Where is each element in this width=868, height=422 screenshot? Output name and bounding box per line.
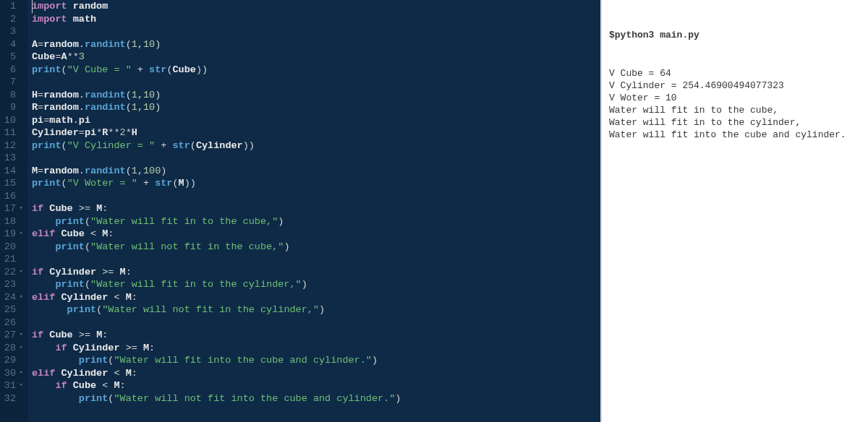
code-line[interactable] [32,152,600,165]
console-line: Water will fit in to the cylinder, [609,116,861,129]
text-cursor [32,0,33,13]
code-line[interactable]: if Cube < M: [32,379,600,392]
line-number: 2 [0,13,23,26]
line-number: 22▾ [0,266,23,279]
fold-icon[interactable]: ▾ [17,291,23,304]
line-number: 6 [0,64,23,77]
line-number: 26 [0,316,23,330]
code-line[interactable]: if Cube >= M: [32,202,600,215]
fold-icon[interactable]: ▾ [17,266,23,279]
fold-icon[interactable]: ▾ [17,379,23,392]
code-line[interactable]: if Cylinder >= M: [32,342,600,355]
line-number: 27▾ [0,329,23,342]
console-line: V Cube = 64 [609,67,861,79]
line-number: 15 [0,177,23,190]
line-number: 32 [0,392,23,405]
line-number: 8 [0,89,23,102]
console-command: $python3 main.py [609,29,861,41]
fold-icon[interactable]: ▾ [17,228,23,241]
code-line[interactable]: pi=math.pi [32,114,600,127]
code-line[interactable]: print("Water will fit in to the cylinder… [32,278,600,291]
code-line[interactable] [32,190,600,203]
code-line[interactable]: H=random.randint(1,10) [32,89,600,102]
console-line: V Cylinder = 254.46900494077323 [609,79,861,92]
fold-icon[interactable]: ▾ [17,329,23,342]
line-number: 17▾ [0,202,23,215]
console-line: V Woter = 10 [609,92,861,104]
console-line: Water will fit into the cube and cylinde… [609,129,861,141]
code-line[interactable]: Cylinder=pi*R**2*H [32,126,600,139]
code-area[interactable]: import randomimport mathA=random.randint… [27,0,600,422]
line-number: 16 [0,190,23,203]
code-line[interactable]: if Cylinder >= M: [32,266,600,279]
code-line[interactable] [32,316,600,330]
line-number: 23 [0,278,23,291]
console-lines: V Cube = 64V Cylinder = 254.469004940773… [609,67,861,141]
line-number: 13 [0,152,23,165]
line-number: 11 [0,126,23,139]
line-number: 30▾ [0,367,23,380]
code-line[interactable]: R=random.randint(1,10) [32,101,600,114]
line-number: 12 [0,139,23,152]
line-number: 28▾ [0,342,23,355]
line-number: 21 [0,253,23,266]
code-line[interactable]: import random [32,0,600,13]
code-line[interactable]: print("V Woter = " + str(M)) [32,177,600,190]
line-number: 24▾ [0,291,23,304]
line-number: 19▾ [0,228,23,241]
line-number: 5 [0,51,23,64]
code-line[interactable]: print("Water will not fit in the cube,") [32,241,600,254]
code-line[interactable]: Cube=A**3 [32,51,600,64]
line-number: 10 [0,114,23,127]
line-number: 29 [0,354,23,367]
line-number: 3 [0,25,23,38]
code-line[interactable]: elif Cube < M: [32,228,600,241]
code-line[interactable] [32,253,600,266]
code-line[interactable]: print("Water will fit in to the cube,") [32,215,600,228]
line-number: 31▾ [0,379,23,392]
code-line[interactable] [32,25,600,38]
code-line[interactable]: print("Water will not fit in the cylinde… [32,303,600,316]
code-line[interactable]: import math [32,13,600,26]
line-number: 4 [0,38,23,51]
line-number: 1 [0,0,23,13]
line-number-gutter: 1234567891011121314151617▾1819▾202122▾23… [0,0,27,422]
code-editor-pane[interactable]: 1234567891011121314151617▾1819▾202122▾23… [0,0,600,422]
code-line[interactable]: A=random.randint(1,10) [32,38,600,51]
fold-icon[interactable]: ▾ [17,367,23,380]
line-number: 9 [0,101,23,114]
line-number: 18 [0,215,23,228]
line-number: 7 [0,76,23,89]
console-line: Water will fit in to the cube, [609,104,861,116]
code-line[interactable]: elif Cylinder < M: [32,291,600,304]
code-line[interactable]: M=random.randint(1,100) [32,165,600,178]
fold-icon[interactable]: ▾ [17,202,23,215]
code-line[interactable]: if Cube >= M: [32,329,600,342]
code-line[interactable]: print("Water will not fit into the cube … [32,392,600,405]
code-line[interactable]: print("V Cube = " + str(Cube)) [32,64,600,77]
line-number: 20 [0,241,23,254]
line-number: 25 [0,303,23,316]
code-line[interactable]: elif Cylinder < M: [32,367,600,380]
code-line[interactable]: print("Water will fit into the cube and … [32,354,600,367]
fold-icon[interactable]: ▾ [17,342,23,355]
console-output-pane[interactable]: $python3 main.py V Cube = 64V Cylinder =… [600,0,868,422]
code-line[interactable] [32,76,600,89]
line-number: 14 [0,165,23,178]
code-line[interactable]: print("V Cylinder = " + str(Cylinder)) [32,139,600,152]
